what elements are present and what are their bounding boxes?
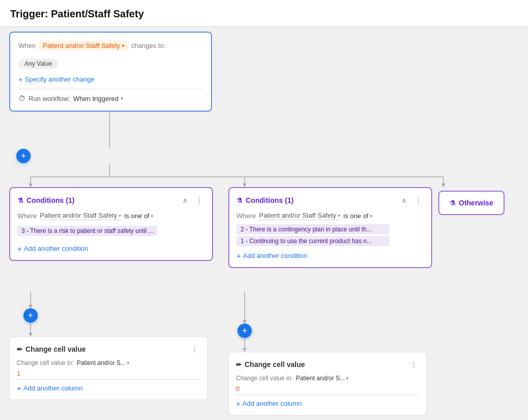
specify-plus-icon: + [18, 75, 23, 84]
conditions-right-field-name: Patient and/or Staff Safety [259, 212, 336, 219]
filter-icon-left: ⚗ [17, 197, 23, 204]
trigger-field-name: Patient and/or Staff Safety [43, 42, 120, 49]
conditions-right-operator-text: is one of [344, 212, 368, 220]
add-condition-left-link[interactable]: + Add another condition [17, 244, 205, 253]
add-col-left-label: Add another column [23, 384, 83, 392]
change-cell-left-title-text: Change cell value [25, 345, 86, 353]
right-branch-plus-button[interactable]: + [237, 324, 252, 338]
change-cell-right-row: Change cell value in: Patient and/or S..… [236, 375, 419, 382]
pencil-icon-right: ✏ [236, 361, 242, 369]
pencil-icon-left: ✏ [17, 346, 22, 353]
change-cell-left-field-name: Patient and/or S... [76, 359, 125, 366]
svg-marker-16 [243, 348, 247, 352]
conditions-left-where-row: Where Patient and/or Staff Safety ▾ is o… [17, 212, 205, 220]
otherwise-title: ⚗ Otherwise [450, 199, 493, 207]
conditions-left-actions: ∧ ⋮ [180, 195, 205, 205]
svg-marker-7 [243, 183, 247, 187]
change-cell-right-field-dropdown[interactable]: Patient and/or S... ▾ [296, 375, 349, 382]
conditions-left-field-name: Patient and/or Staff Safety [40, 212, 117, 219]
otherwise-card: ⚗ Otherwise [438, 191, 505, 215]
specify-another-change-link[interactable]: + Specify another change [18, 75, 203, 84]
add-condition-right-link[interactable]: + Add another condition [236, 251, 424, 260]
change-in-label-left: Change cell value in: [17, 359, 73, 366]
conditions-left-more-btn[interactable]: ⋮ [194, 195, 205, 205]
change-cell-right-card: ✏ Change cell value ⋮ Change cell value … [228, 352, 427, 415]
change-cell-right-header: ✏ Change cell value ⋮ [236, 359, 419, 370]
conditions-right-operator-dropdown[interactable]: is one of ▾ [344, 212, 373, 220]
conditions-right-title-text: Conditions (1) [246, 196, 294, 204]
conditions-left-header: ⚗ Conditions (1) ∧ ⋮ [17, 195, 205, 205]
clock-icon: ⏱ [18, 94, 25, 102]
trigger-field-pill[interactable]: Patient and/or Staff Safety ▾ [39, 41, 128, 50]
change-cell-left-value: 1 [17, 370, 200, 380]
specify-link-label: Specify another change [25, 75, 95, 83]
change-cell-right-value: 0 [236, 385, 419, 395]
conditions-right-title: ⚗ Conditions (1) [236, 196, 294, 204]
conditions-left-collapse-btn[interactable]: ∧ [180, 195, 190, 205]
conditions-left-values: 3 - There is a risk to patient or staff … [17, 224, 205, 239]
svg-marker-12 [29, 333, 33, 336]
change-cell-left-header: ✏ Change cell value ⋮ [17, 344, 200, 354]
change-cell-right-more-btn[interactable]: ⋮ [408, 359, 419, 370]
any-value-tag: Any Value [18, 59, 58, 69]
add-condition-left-label: Add another condition [24, 245, 88, 252]
conditions-left-title-text: Conditions (1) [27, 196, 74, 204]
change-cell-left-more-btn[interactable]: ⋮ [189, 344, 200, 354]
filter-icon-otherwise: ⚗ [450, 199, 456, 207]
svg-marker-8 [441, 183, 445, 187]
main-plus-button[interactable]: + [16, 149, 31, 163]
conditions-card-left: ⚗ Conditions (1) ∧ ⋮ Where Patient and/o… [9, 187, 213, 261]
where-label-left: Where [17, 212, 37, 220]
change-cell-left-title: ✏ Change cell value [17, 345, 86, 353]
conditions-left-operator-text: is one of [124, 212, 149, 220]
plus-icon-right: + [242, 326, 248, 336]
when-triggered-arrow: ▾ [121, 96, 123, 101]
when-triggered-dropdown[interactable]: When triggered ▾ [73, 95, 123, 102]
conditions-right-header: ⚗ Conditions (1) ∧ ⋮ [236, 195, 424, 205]
when-label: When [18, 42, 36, 49]
change-cell-left-field-dropdown[interactable]: Patient and/or S... ▾ [76, 359, 129, 366]
change-cell-right-field-arrow: ▾ [346, 376, 349, 381]
conditions-right-values: 2 - There is a contingency plan in place… [236, 224, 424, 246]
trigger-divider [18, 89, 203, 89]
workflow-canvas: When Patient and/or Staff Safety ▾ chang… [0, 27, 528, 420]
conditions-right-field-dropdown[interactable]: Patient and/or Staff Safety ▾ [259, 212, 340, 220]
run-workflow-label: Run workflow: [29, 95, 70, 102]
otherwise-title-text: Otherwise [459, 199, 493, 207]
conditions-right-where-row: Where Patient and/or Staff Safety ▾ is o… [236, 212, 424, 220]
add-condition-right-label: Add another condition [243, 252, 307, 259]
conditions-right-operator-arrow: ▾ [370, 214, 373, 219]
add-condition-left-plus: + [17, 244, 22, 253]
conditions-left-field-dropdown[interactable]: Patient and/or Staff Safety ▾ [40, 212, 121, 220]
when-triggered-label: When triggered [73, 95, 119, 102]
conditions-left-operator-dropdown[interactable]: is one of ▾ [124, 212, 153, 220]
change-cell-right-title: ✏ Change cell value [236, 360, 305, 369]
conditions-right-field-arrow: ▾ [338, 213, 340, 218]
add-column-left-link[interactable]: + Add another column [17, 384, 200, 392]
add-condition-right-plus: + [236, 251, 241, 260]
conditions-left-title: ⚗ Conditions (1) [17, 196, 74, 204]
trigger-card: When Patient and/or Staff Safety ▾ chang… [9, 32, 212, 112]
svg-marker-6 [29, 183, 33, 187]
svg-marker-10 [29, 305, 33, 308]
add-column-right-link[interactable]: + Add another column [236, 399, 419, 408]
conditions-right-collapse-btn[interactable]: ∧ [400, 195, 409, 205]
trigger-field-arrow: ▾ [122, 43, 124, 48]
where-label-right: Where [236, 212, 256, 220]
change-cell-left-row: Change cell value in: Patient and/or S..… [17, 359, 200, 366]
plus-icon-left: + [28, 310, 34, 321]
plus-icon: + [21, 151, 27, 162]
change-in-label-right: Change cell value in: [236, 375, 293, 382]
conditions-right-value-tag-0: 2 - There is a contingency plan in place… [236, 224, 389, 234]
change-cell-left-field-arrow: ▾ [127, 360, 129, 365]
conditions-right-more-btn[interactable]: ⋮ [413, 195, 424, 205]
conditions-card-right: ⚗ Conditions (1) ∧ ⋮ Where Patient and/o… [228, 187, 432, 268]
conditions-right-actions: ∧ ⋮ [400, 195, 424, 205]
conditions-left-field-arrow: ▾ [119, 213, 121, 218]
change-cell-right-title-text: Change cell value [245, 360, 305, 369]
changes-to-label: changes to: [131, 42, 166, 49]
svg-marker-14 [243, 320, 247, 324]
conditions-right-value-tag-1: 1 - Continuing to use the current produc… [236, 236, 389, 246]
left-branch-plus-button[interactable]: + [23, 308, 38, 323]
add-col-right-plus: + [236, 399, 241, 408]
